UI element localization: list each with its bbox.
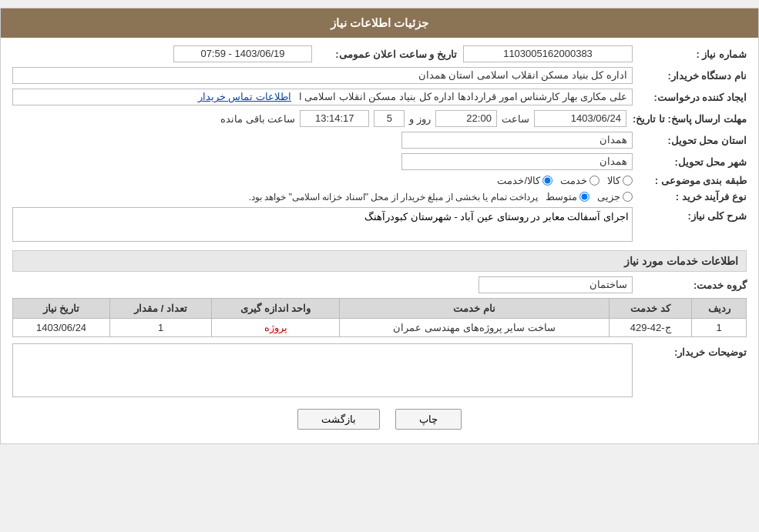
service-group-label: گروه خدمت:	[639, 279, 747, 291]
service-group-value: ساختمان	[479, 276, 633, 293]
category-kala-khedmat-label: کالا/خدمت	[497, 175, 540, 186]
service-group-row: گروه خدمت: ساختمان	[12, 276, 747, 293]
action-buttons: چاپ بازگشت	[12, 409, 747, 430]
purchase-type-radio-group: جزیی متوسط پرداخت تمام یا بخشی از مبلغ خ…	[12, 191, 633, 202]
general-desc-row: شرح کلی نیاز: اجرای آسفالت معابر در روست…	[12, 207, 747, 244]
cell-qty: 1	[110, 319, 212, 337]
creator-contact-link[interactable]: اطلاعات تماس خریدار	[198, 91, 291, 102]
category-khedmat-label: خدمت	[560, 175, 587, 186]
cell-row: 1	[692, 319, 747, 337]
cell-unit: پروژه	[212, 319, 340, 337]
purchase-type-label: نوع فرآیند خرید :	[639, 191, 747, 202]
category-khedmat-radio[interactable]	[589, 176, 599, 186]
table-row: 1 ج-42-429 ساخت سایر پروژه‌های مهندسی عم…	[13, 319, 747, 337]
purchase-type-jozi-radio[interactable]	[623, 192, 633, 202]
purchase-type-motavaset-radio[interactable]	[579, 192, 589, 202]
city-row: شهر محل تحویل: همدان	[12, 153, 747, 170]
announce-datetime-value: 1403/06/19 - 07:59	[173, 45, 312, 62]
announce-datetime-label: تاریخ و ساعت اعلان عمومی:	[318, 49, 457, 60]
buyer-notes-container	[12, 343, 633, 400]
col-row: ردیف	[692, 299, 747, 319]
cell-name: ساخت سایر پروژه‌های مهندسی عمران	[340, 319, 610, 337]
category-kala-label: کالا	[607, 175, 620, 186]
purchase-type-motavaset: متوسط	[546, 191, 589, 202]
page-title: جزئیات اطلاعات نیاز	[331, 16, 428, 29]
print-button[interactable]: چاپ	[395, 409, 462, 430]
category-label: طبقه بندی موضوعی :	[639, 175, 747, 186]
purchase-type-jozi-label: جزیی	[597, 191, 620, 202]
deadline-time-label: ساعت	[502, 113, 529, 125]
category-row: طبقه بندی موضوعی : کالا خدمت کالا/خدمت	[12, 175, 747, 186]
deadline-remaining-label: ساعت باقی مانده	[220, 113, 295, 125]
purchase-type-motavaset-label: متوسط	[546, 191, 577, 202]
province-row: استان محل تحویل: همدان	[12, 132, 747, 149]
back-button[interactable]: بازگشت	[297, 409, 380, 430]
deadline-date: 1403/06/24	[534, 110, 626, 127]
buyer-org-label: نام دستگاه خریدار:	[639, 70, 747, 82]
province-value: همدان	[401, 132, 633, 149]
deadline-days-label: روز و	[409, 113, 431, 125]
services-section-header: اطلاعات خدمات مورد نیاز	[12, 250, 747, 272]
notice-number-value: 1103005162000383	[463, 45, 633, 62]
city-label: شهر محل تحویل:	[639, 156, 747, 168]
buyer-org-row: نام دستگاه خریدار: اداره کل بنیاد مسکن ا…	[12, 67, 747, 84]
city-value: همدان	[401, 153, 633, 170]
buyer-notes-textarea[interactable]	[12, 343, 633, 397]
notice-number-label: شماره نیاز :	[639, 49, 747, 60]
table-header: ردیف کد خدمت نام خدمت واحد اندازه گیری ت…	[13, 299, 747, 319]
deadline-group: 1403/06/24 ساعت 22:00 روز و 5 13:14:17 س…	[220, 110, 626, 127]
table-body: 1 ج-42-429 ساخت سایر پروژه‌های مهندسی عم…	[13, 319, 747, 337]
col-date: تاریخ نیاز	[13, 299, 110, 319]
services-table: ردیف کد خدمت نام خدمت واحد اندازه گیری ت…	[12, 298, 747, 337]
notice-number-row: شماره نیاز : 1103005162000383 تاریخ و سا…	[12, 45, 747, 62]
category-kala-khedmat-radio[interactable]	[542, 176, 552, 186]
deadline-label: مهلت ارسال پاسخ: تا تاریخ:	[633, 113, 747, 125]
col-qty: تعداد / مقدار	[110, 299, 212, 319]
cell-date: 1403/06/24	[13, 319, 110, 337]
category-kala-khedmat: کالا/خدمت	[497, 175, 552, 186]
category-radio-group: کالا خدمت کالا/خدمت	[12, 175, 633, 186]
deadline-remaining: 13:14:17	[300, 110, 369, 127]
creator-label: ایجاد کننده درخواست:	[639, 92, 747, 103]
deadline-time: 22:00	[435, 110, 497, 127]
page-header: جزئیات اطلاعات نیاز	[1, 8, 758, 38]
deadline-days: 5	[374, 110, 405, 127]
col-code: کد خدمت	[609, 299, 691, 319]
category-kala: کالا	[607, 175, 633, 186]
province-label: استان محل تحویل:	[639, 135, 747, 146]
general-desc-label: شرح کلی نیاز:	[639, 207, 747, 222]
creator-value: علی مکاری بهار کارشناس امور قراردادها اد…	[12, 89, 633, 105]
buyer-org-value: اداره کل بنیاد مسکن انقلاب اسلامی استان …	[12, 67, 633, 84]
general-desc-textarea[interactable]: اجرای آسفالت معابر در روستای عین آباد - …	[12, 207, 633, 242]
col-name: نام خدمت	[340, 299, 610, 319]
deadline-row: مهلت ارسال پاسخ: تا تاریخ: 1403/06/24 سا…	[12, 110, 747, 127]
col-unit: واحد اندازه گیری	[212, 299, 340, 319]
category-kala-radio[interactable]	[623, 176, 633, 186]
buyer-notes-label: توضیحات خریدار:	[639, 343, 747, 358]
purchase-type-note: پرداخت تمام یا بخشی از مبلغ خریدار از مح…	[249, 192, 538, 202]
buyer-notes-row: توضیحات خریدار:	[12, 343, 747, 400]
purchase-type-jozi: جزیی	[597, 191, 633, 202]
general-desc-container: اجرای آسفالت معابر در روستای عین آباد - …	[12, 207, 633, 244]
creator-row: ایجاد کننده درخواست: علی مکاری بهار کارش…	[12, 89, 747, 105]
category-khedmat: خدمت	[560, 175, 599, 186]
purchase-type-row: نوع فرآیند خرید : جزیی متوسط پرداخت تمام…	[12, 191, 747, 202]
cell-code: ج-42-429	[609, 319, 691, 337]
